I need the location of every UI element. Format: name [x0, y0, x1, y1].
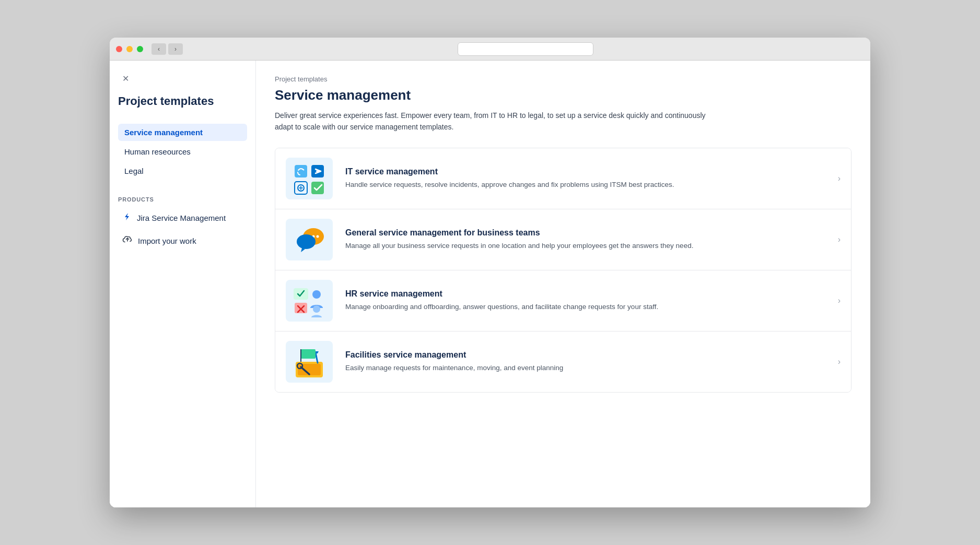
template-name-it: IT service management: [345, 167, 830, 176]
template-icon-facilities: [286, 341, 333, 383]
svg-rect-25: [301, 349, 316, 359]
template-name-general: General service management for business …: [345, 228, 830, 238]
titlebar: ‹ ›: [110, 38, 870, 61]
template-icon-it: [286, 158, 333, 199]
template-text-hr: HR service management Manage onboarding …: [345, 289, 830, 312]
back-button[interactable]: ‹: [151, 43, 166, 55]
template-name-facilities: Facilities service management: [345, 350, 830, 360]
sidebar: ✕ Project templates Service management H…: [110, 61, 256, 507]
template-list: IT service management Handle service req…: [275, 148, 851, 393]
app-window: ‹ › ✕ Project templates Service manageme…: [110, 38, 870, 507]
minimize-window-button[interactable]: [126, 46, 133, 52]
cloud-upload-icon: [122, 234, 133, 247]
page-description: Deliver great service experiences fast. …: [275, 110, 724, 133]
sidebar-item-service-management[interactable]: Service management: [118, 124, 247, 141]
close-window-button[interactable]: [116, 46, 122, 52]
chevron-right-icon-3: ›: [838, 296, 841, 305]
breadcrumb: Project templates: [275, 75, 851, 83]
template-text-general: General service management for business …: [345, 228, 830, 251]
svg-marker-0: [125, 213, 129, 220]
chevron-right-icon: ›: [838, 174, 841, 183]
template-card-it-service-management[interactable]: IT service management Handle service req…: [275, 148, 851, 209]
chevron-right-icon-4: ›: [838, 357, 841, 366]
svg-rect-1: [295, 165, 307, 177]
lightning-icon: [122, 212, 132, 224]
svg-line-24: [316, 352, 318, 363]
template-icon-hr: [286, 280, 333, 322]
maximize-window-button[interactable]: [137, 46, 143, 52]
page-title: Service management: [275, 87, 851, 103]
template-name-hr: HR service management: [345, 289, 830, 299]
content-area: ✕ Project templates Service management H…: [110, 61, 870, 507]
template-icon-general: [286, 219, 333, 260]
sidebar-item-jira-service-management[interactable]: Jira Service Management: [118, 209, 247, 227]
sidebar-item-legal[interactable]: Legal: [118, 162, 247, 180]
template-text-facilities: Facilities service management Easily man…: [345, 350, 830, 373]
sidebar-nav: Service management Human reseources Lega…: [118, 124, 247, 180]
template-card-general-service-management[interactable]: General service management for business …: [275, 209, 851, 270]
svg-point-13: [297, 234, 316, 249]
svg-point-15: [312, 290, 321, 299]
sidebar-item-human-resources[interactable]: Human reseources: [118, 143, 247, 160]
products-section-label: PRODUCTS: [118, 196, 247, 203]
nav-buttons: ‹ ›: [151, 43, 183, 55]
chevron-right-icon-2: ›: [838, 235, 841, 244]
template-desc-general: Manage all your business service request…: [345, 241, 830, 251]
svg-rect-16: [295, 303, 307, 313]
template-card-hr-service-management[interactable]: HR service management Manage onboarding …: [275, 270, 851, 331]
svg-rect-4: [311, 182, 324, 194]
titlebar-center: [187, 42, 864, 56]
template-desc-it: Handle service requests, resolve inciden…: [345, 180, 830, 190]
sidebar-item-import-your-work[interactable]: Import your work: [118, 231, 247, 251]
template-text-it: IT service management Handle service req…: [345, 167, 830, 190]
forward-button[interactable]: ›: [168, 43, 183, 55]
sidebar-close-button[interactable]: ✕: [118, 71, 133, 86]
svg-point-19: [313, 305, 320, 313]
template-desc-facilities: Easily manage requests for maintenance, …: [345, 363, 830, 373]
sidebar-title: Project templates: [118, 94, 247, 109]
svg-point-12: [317, 235, 319, 238]
template-card-facilities-service-management[interactable]: Facilities service management Easily man…: [275, 331, 851, 392]
template-desc-hr: Manage onboarding and offboarding, answe…: [345, 302, 830, 312]
main-content: Project templates Service management Del…: [256, 61, 870, 507]
url-bar[interactable]: [458, 42, 593, 56]
